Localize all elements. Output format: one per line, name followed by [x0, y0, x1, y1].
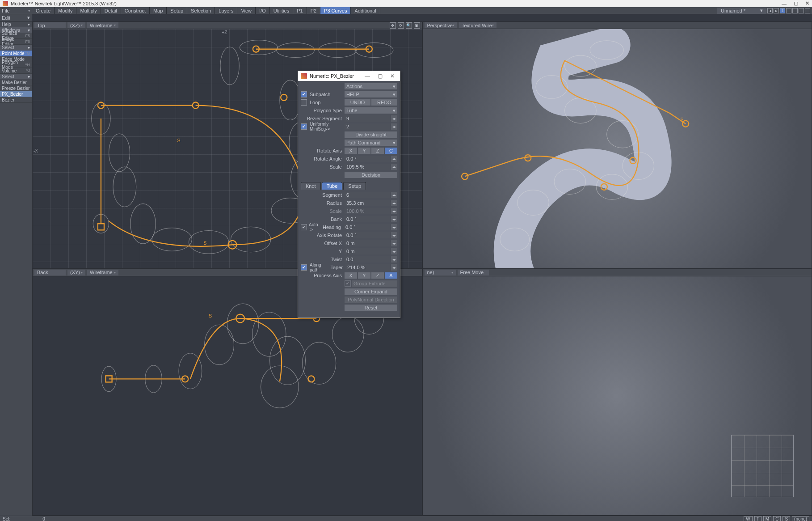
view-axes-dropdown[interactable]: (XZ)▾	[67, 22, 85, 28]
path-command-dropdown[interactable]: Path Command▾	[345, 140, 397, 146]
rotaxis-x-button[interactable]: X	[345, 148, 357, 154]
subpatch-checkbox[interactable]: ✔	[301, 91, 307, 97]
rotaxis-y-button[interactable]: Y	[358, 148, 370, 154]
dialog-titlebar[interactable]: Numeric: PX_Bezier — ▢ ✕	[298, 71, 400, 81]
spinner-icon[interactable]: ◂▸	[391, 224, 397, 230]
auto-checkbox[interactable]: ✔	[301, 224, 307, 230]
help-dropdown[interactable]: HELP▾	[345, 91, 397, 97]
bezier-button[interactable]: Bezier	[0, 97, 32, 103]
minimize-icon[interactable]: —	[782, 1, 787, 6]
viewport-perspective[interactable]: Perspective▾ Textured Wire▾	[422, 21, 812, 269]
tab-setup[interactable]: Setup	[343, 182, 366, 190]
spinner-icon[interactable]: ◂▸	[391, 200, 397, 206]
view-mode-dropdown[interactable]: Wireframe▾	[87, 22, 118, 28]
layer-next-button[interactable]: ▸	[774, 8, 779, 13]
tab-i/o[interactable]: I/O	[256, 7, 270, 14]
volume-mode-button[interactable]: Volume^J	[0, 68, 32, 74]
status-toggle-S[interactable]: S	[783, 516, 790, 521]
tab-tube[interactable]: Tube	[322, 182, 343, 190]
status-toggle-T[interactable]: T	[754, 516, 762, 521]
tab-p1[interactable]: P1	[293, 7, 307, 14]
decision-button[interactable]: Decision	[345, 172, 397, 178]
segment-field[interactable]: 6	[345, 192, 390, 198]
view-mode-dropdown[interactable]: Textured Wire▾	[459, 22, 496, 28]
close-icon[interactable]: ✕	[387, 73, 397, 79]
status-toggle-none[interactable]: (none)	[792, 516, 809, 521]
maximize-view-icon[interactable]: ▣	[414, 22, 420, 29]
view-axes-dropdown[interactable]: (XY)▾	[67, 270, 85, 275]
edit-menu[interactable]: Edit	[2, 15, 10, 21]
tab-layers[interactable]: Layers	[215, 7, 237, 14]
tab-construct[interactable]: Construct	[121, 7, 150, 14]
view-label-dropdown[interactable]: Back	[34, 270, 66, 275]
move-view-icon[interactable]: ✥	[390, 22, 396, 29]
spinner-icon[interactable]: ◂▸	[391, 115, 397, 122]
tab-modify[interactable]: Modify	[55, 7, 76, 14]
offset-x-field[interactable]: 0 m	[345, 240, 390, 246]
spinner-icon[interactable]: ◂▸	[391, 248, 397, 254]
view-label-dropdown[interactable]: Perspective▾	[425, 22, 457, 28]
radius-field[interactable]: 35.3 cm	[345, 200, 390, 206]
spinner-icon[interactable]: ◂▸	[391, 156, 397, 162]
tab-utilities[interactable]: Utilities	[270, 7, 293, 14]
tab-selection[interactable]: Selection	[187, 7, 215, 14]
image-editor-button[interactable]: Image EditorF6	[0, 39, 32, 45]
redo-button[interactable]: REDO	[371, 99, 397, 106]
maximize-icon[interactable]: ▢	[375, 73, 385, 79]
status-toggle-W[interactable]: W	[744, 516, 752, 521]
layer-4-button[interactable]	[799, 8, 804, 13]
spinner-icon[interactable]: ◂▸	[391, 240, 397, 246]
status-toggle-C[interactable]: C	[773, 516, 781, 521]
tab-p3-curves[interactable]: P3 Curves	[320, 7, 351, 14]
corner-expand-button[interactable]: Corner Expand	[345, 288, 397, 295]
close-icon[interactable]: ✕	[805, 0, 809, 6]
spinner-icon[interactable]: ◂▸	[391, 192, 397, 198]
layer-5-button[interactable]	[805, 8, 810, 13]
rotate-angle-field[interactable]: 0.0 °	[345, 156, 390, 162]
divide-straight-button[interactable]: Divide straight	[345, 131, 397, 138]
view-mode-dropdown[interactable]: Free Move	[458, 270, 489, 275]
bank-field[interactable]: 0.0 °	[345, 216, 390, 222]
along-path-checkbox[interactable]: ✔	[301, 264, 307, 271]
polygon-type-dropdown[interactable]: Tube▾	[345, 107, 397, 114]
uniminiseg-checkbox[interactable]: ✔	[301, 123, 307, 130]
view-label-dropdown[interactable]: Top	[34, 22, 66, 28]
undo-button[interactable]: UNDO	[345, 99, 370, 106]
px-bezier-button[interactable]: PX_Bezier	[0, 91, 32, 97]
heading-field[interactable]: 0.0 °	[344, 224, 390, 230]
file-menu[interactable]: File	[2, 8, 10, 13]
bezier-segment-field[interactable]: 9	[345, 115, 390, 122]
reset-button[interactable]: Reset	[345, 305, 397, 311]
make-bezier-button[interactable]: Make Bezier	[0, 80, 32, 85]
uniminiseg-field[interactable]: 2	[345, 123, 390, 130]
taper-field[interactable]: 214.0 %	[345, 264, 390, 271]
loop-checkbox[interactable]	[301, 99, 307, 106]
layer-2-button[interactable]	[786, 8, 791, 13]
tab-setup[interactable]: Setup	[167, 7, 187, 14]
tab-detail[interactable]: Detail	[101, 7, 121, 14]
maximize-icon[interactable]: ▢	[794, 0, 798, 6]
rotaxis-c-button[interactable]: C	[385, 148, 397, 154]
help-menu[interactable]: Help	[2, 22, 11, 27]
polygon-mode-button[interactable]: Polygon Mode^H	[0, 62, 32, 68]
view-label-dropdown[interactable]: ne)▾	[425, 270, 456, 275]
freeze-bezier-button[interactable]: Freeze Bezier	[0, 85, 32, 91]
procaxis-a-button[interactable]: A	[385, 272, 397, 279]
spinner-icon[interactable]: ◂▸	[391, 164, 397, 170]
scale-field[interactable]: 109.5 %	[345, 164, 390, 170]
tab-map[interactable]: Map	[150, 7, 167, 14]
file-name-dropdown[interactable]: Unnamed * ▾	[717, 8, 766, 14]
spinner-icon[interactable]: ◂▸	[391, 232, 397, 238]
tab-create[interactable]: Create	[32, 7, 55, 14]
view-mode-dropdown[interactable]: Wireframe▾	[87, 270, 118, 275]
actions-dropdown[interactable]: Actions▾	[345, 83, 397, 89]
spinner-icon[interactable]: ◂▸	[391, 264, 397, 271]
tab-knot[interactable]: Knot	[301, 182, 321, 190]
layer-prev-button[interactable]: ◂	[767, 8, 773, 13]
tab-additional[interactable]: Additional	[351, 7, 380, 14]
twist-field[interactable]: 0.0	[345, 256, 390, 263]
spinner-icon[interactable]: ◂▸	[391, 123, 397, 130]
offset-y-field[interactable]: 0 m	[345, 248, 390, 254]
procaxis-y-button[interactable]: Y	[358, 272, 370, 279]
zoom-view-icon[interactable]: 🔍	[406, 22, 412, 29]
